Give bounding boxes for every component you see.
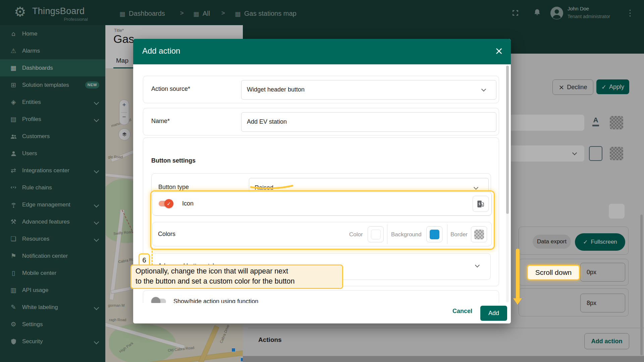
button-settings-header: Button settings xyxy=(151,157,196,164)
screen: ⚙ ThingsBoard Professional ▦ Dashboards … xyxy=(0,0,644,362)
tooltip-line-2: to the button and set a custom color for… xyxy=(136,277,338,287)
colors-label: Colors xyxy=(158,231,175,238)
action-source-label: Action source* xyxy=(151,85,190,93)
button-type-label: Button type xyxy=(158,184,189,191)
dialog-footer: Cancel Add xyxy=(133,303,511,323)
border-swatch xyxy=(474,230,484,239)
chevron-down-icon xyxy=(474,185,478,190)
ev-station-icon xyxy=(476,199,485,208)
icon-label: Icon xyxy=(182,200,194,207)
scroll-down-arrowhead-icon xyxy=(513,298,522,305)
color-swatch xyxy=(371,230,381,239)
dialog-title: Add action xyxy=(142,46,180,56)
modal-scrollbar[interactable] xyxy=(506,66,509,214)
icon-toggle[interactable]: ✓ xyxy=(159,201,173,206)
background-swatch xyxy=(430,230,439,239)
background-swatch-button[interactable] xyxy=(426,226,442,242)
icon-setting-card: ✓ Icon xyxy=(152,192,492,216)
tooltip-line-1: Optionally, change the icon that will ap… xyxy=(136,266,338,277)
scroll-down-annotation: Scroll down xyxy=(527,265,580,280)
dialog-header: Add action × xyxy=(133,39,511,64)
background-label: Background xyxy=(391,231,422,238)
divider xyxy=(447,224,447,244)
name-input[interactable]: Add EV station xyxy=(241,112,496,132)
color-swatch-button[interactable] xyxy=(368,226,384,242)
name-card: Name* Add EV station xyxy=(143,108,499,135)
cancel-button[interactable]: Cancel xyxy=(452,308,472,315)
name-label: Name* xyxy=(151,118,170,125)
scroll-down-arrow xyxy=(516,249,520,300)
border-label: Border xyxy=(450,231,468,238)
add-button[interactable]: Add xyxy=(480,306,507,321)
tutorial-tooltip: Optionally, change the icon that will ap… xyxy=(130,264,343,289)
divider xyxy=(387,224,387,244)
close-icon[interactable]: × xyxy=(495,45,503,57)
toggle-check-icon: ✓ xyxy=(164,199,173,208)
colors-setting-card: Colors Color Background Border xyxy=(152,222,492,246)
border-swatch-button[interactable] xyxy=(471,226,487,242)
chevron-down-icon xyxy=(481,87,486,92)
action-source-select[interactable]: Widget header button xyxy=(241,80,496,100)
color-label: Color xyxy=(349,231,363,238)
ev-station-icon-button[interactable] xyxy=(473,196,489,212)
chevron-down-icon xyxy=(475,263,480,267)
action-source-card: Action source* Widget header button xyxy=(143,76,499,103)
tutorial-connector-line xyxy=(152,248,153,265)
